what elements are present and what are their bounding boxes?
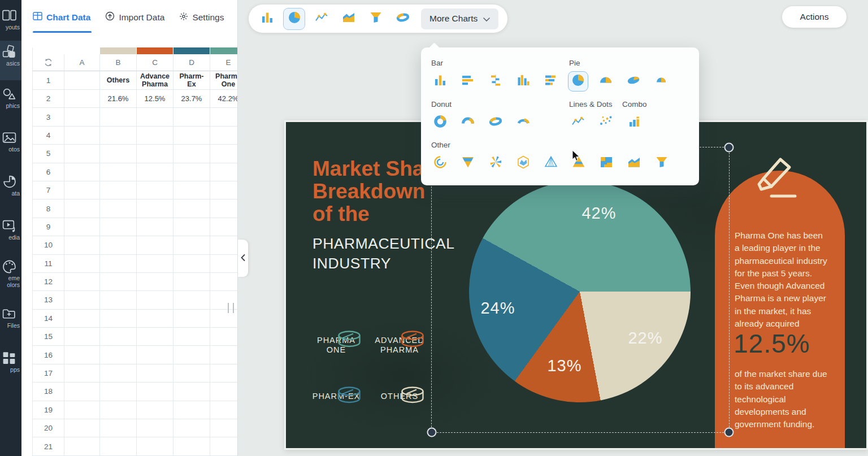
row-number[interactable]: 18 [32,383,64,401]
sidebar-item-basics[interactable]: asics [0,41,21,80]
grid-cell[interactable] [137,419,173,437]
charttype-bar-grouped-option[interactable] [513,71,533,92]
charttype-donut-half-option[interactable] [458,112,478,133]
selection-rectangle[interactable] [431,147,730,433]
row-number[interactable]: 4 [32,127,64,145]
grid-cell[interactable] [210,255,238,273]
tab-settings[interactable]: Settings [179,12,224,23]
grid-cell[interactable] [64,291,100,309]
grid-cell[interactable] [64,163,100,181]
grid-cell[interactable] [100,328,137,346]
grid-cell[interactable] [137,127,173,145]
sidebar-item-apps[interactable]: pps [0,350,21,373]
grid-cell[interactable] [173,255,210,273]
grid-cell[interactable] [64,199,100,218]
actions-button[interactable]: Actions [782,6,847,28]
grid-cell[interactable] [173,127,210,145]
panel-collapse-button[interactable] [237,240,248,277]
charttype-pie-half-small-option[interactable] [651,71,671,92]
highlight-panel[interactable]: Pharma One has been a leading player in … [715,171,845,448]
charttype-radial-burst-option[interactable] [485,153,506,173]
grid-cell[interactable] [210,108,238,126]
grid-cell[interactable] [173,383,210,401]
grid-cell[interactable] [210,236,238,254]
column-header-E[interactable]: E [210,54,238,71]
charttype-line-button[interactable] [310,8,332,30]
column-header-C[interactable]: C [137,54,173,71]
grid-cell[interactable] [137,401,173,419]
grid-cell[interactable] [210,437,238,455]
row-number[interactable]: 11 [32,255,64,273]
selection-handle-bottom-left[interactable] [427,428,437,437]
grid-cell[interactable] [64,401,100,419]
grid-cell[interactable] [173,291,210,309]
grid-cell[interactable] [137,163,173,181]
grid-cell[interactable] [137,437,173,455]
grid-cell[interactable] [64,437,100,455]
grid-cell[interactable] [210,328,238,346]
charttype-mesh-3d-option[interactable] [513,153,533,173]
grid-cell[interactable] [64,181,100,199]
charttype-funnel-option[interactable] [652,153,672,173]
charttype-bar-horizontal-option[interactable] [458,71,478,92]
spreadsheet-grid[interactable]: ABCDE1OthersAdvance PharmaPharm-ExPharma… [32,47,238,456]
grid-cell[interactable] [100,383,137,401]
grid-cell[interactable] [137,364,173,383]
sidebar-item-graphics[interactable]: phics [0,86,21,109]
grid-cell[interactable] [173,236,210,254]
charttype-area-stacked-option[interactable] [624,153,644,173]
grid-cell[interactable] [173,145,210,163]
selection-handle-top-right[interactable] [724,143,734,153]
charttype-combo-bar-line-option[interactable] [624,112,645,133]
grid-cell[interactable] [100,199,137,218]
grid-cell[interactable] [64,419,100,437]
row-number[interactable]: 8 [32,199,64,218]
grid-cell[interactable]: 21.6% [100,90,137,108]
grid-cell[interactable] [100,163,137,181]
panel-resize-handle[interactable] [228,303,234,313]
row-number[interactable]: 15 [32,328,64,346]
row-number[interactable]: 13 [32,291,64,309]
row-number[interactable]: 2 [32,90,64,108]
row-number[interactable]: 10 [32,236,64,254]
grid-cell[interactable] [137,199,173,218]
grid-cell[interactable] [210,218,238,236]
sidebar-item-data[interactable]: ata [0,174,21,197]
grid-cell[interactable] [173,181,210,199]
grid-cell[interactable] [210,346,238,364]
grid-cell[interactable] [173,364,210,383]
row-number[interactable]: 1 [32,71,64,90]
charttype-scatter-option[interactable] [596,112,616,133]
grid-cell[interactable] [173,273,210,291]
grid-cell[interactable] [64,383,100,401]
row-number[interactable]: 14 [32,310,64,328]
grid-cell[interactable] [64,273,100,291]
row-number[interactable]: 17 [32,364,64,383]
grid-cell[interactable] [137,273,173,291]
grid-cell[interactable] [173,108,210,126]
grid-cell[interactable]: 42.2% [210,90,238,108]
grid-cell[interactable] [100,419,137,437]
grid-cell[interactable] [64,127,100,145]
grid-cell[interactable] [173,310,210,328]
grid-cell[interactable] [64,236,100,254]
sidebar-item-photos[interactable]: otos [0,130,21,153]
grid-cell[interactable] [100,273,137,291]
grid-cell[interactable] [100,346,137,364]
sidebar-item-media[interactable]: edia [0,218,21,241]
grid-cell[interactable]: 23.7% [173,90,210,108]
row-number[interactable]: 19 [32,401,64,419]
grid-cell[interactable]: 12.5% [137,90,173,108]
grid-cell[interactable] [100,255,137,273]
grid-cell[interactable] [137,145,173,163]
grid-cell[interactable]: Pharma One [210,71,238,90]
grid-cell[interactable] [210,273,238,291]
column-header-D[interactable]: D [173,54,210,71]
grid-cell[interactable] [100,364,137,383]
charttype-radial-gauge-option[interactable] [430,153,450,173]
tab-import-data[interactable]: Import Data [105,11,164,23]
charttype-funnel-button[interactable] [364,8,387,30]
charttype-donut-button[interactable] [392,8,414,30]
grid-cell[interactable] [64,310,100,328]
grid-cell[interactable] [210,419,238,437]
